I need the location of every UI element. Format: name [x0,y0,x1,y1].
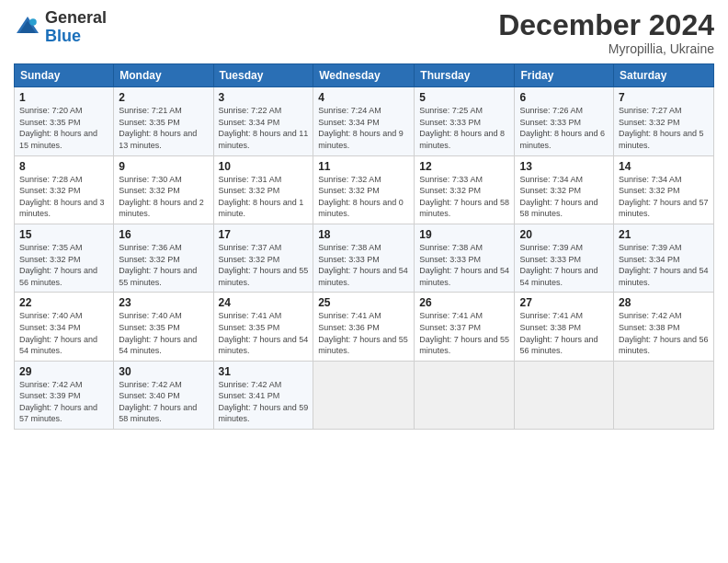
day-number: 22 [19,296,108,309]
day-number: 27 [519,296,609,309]
day-cell-21: 21 Sunrise: 7:39 AM Sunset: 3:34 PM Dayl… [614,224,714,292]
week-row: 29 Sunrise: 7:42 AM Sunset: 3:39 PM Dayl… [15,361,714,429]
week-row: 15 Sunrise: 7:35 AM Sunset: 3:32 PM Dayl… [15,224,714,292]
logo-text: General Blue [45,9,107,46]
day-cell-12: 12 Sunrise: 7:33 AM Sunset: 3:32 PM Dayl… [415,155,515,224]
day-detail: Sunrise: 7:32 AM Sunset: 3:32 PM Dayligh… [318,174,409,220]
day-number: 11 [318,160,409,173]
header-row: Sunday Monday Tuesday Wednesday Thursday… [15,64,714,87]
day-detail: Sunrise: 7:20 AM Sunset: 3:35 PM Dayligh… [19,105,108,151]
day-cell-26: 26 Sunrise: 7:41 AM Sunset: 3:37 PM Dayl… [415,293,515,361]
day-detail: Sunrise: 7:40 AM Sunset: 3:35 PM Dayligh… [119,310,208,356]
day-cell-4: 4 Sunrise: 7:24 AM Sunset: 3:34 PM Dayli… [313,87,415,155]
day-number: 18 [318,228,409,241]
svg-point-2 [29,18,37,26]
day-number: 3 [219,91,309,104]
day-cell-25: 25 Sunrise: 7:41 AM Sunset: 3:36 PM Dayl… [313,293,415,361]
day-cell-7: 7 Sunrise: 7:27 AM Sunset: 3:32 PM Dayli… [614,87,714,155]
day-detail: Sunrise: 7:42 AM Sunset: 3:41 PM Dayligh… [219,379,309,425]
day-cell-17: 17 Sunrise: 7:37 AM Sunset: 3:32 PM Dayl… [213,224,313,292]
day-cell-1: 1 Sunrise: 7:20 AM Sunset: 3:35 PM Dayli… [15,87,114,155]
month-title: December 2024 [498,9,714,41]
day-number: 1 [19,91,108,104]
day-detail: Sunrise: 7:38 AM Sunset: 3:33 PM Dayligh… [318,242,409,288]
day-detail: Sunrise: 7:30 AM Sunset: 3:32 PM Dayligh… [119,174,208,220]
empty-cell [614,361,714,429]
day-number: 12 [419,160,509,173]
empty-cell [515,361,614,429]
day-cell-13: 13 Sunrise: 7:34 AM Sunset: 3:32 PM Dayl… [515,155,614,224]
day-number: 15 [19,228,108,241]
day-cell-18: 18 Sunrise: 7:38 AM Sunset: 3:33 PM Dayl… [313,224,415,292]
day-number: 21 [619,228,709,241]
day-cell-28: 28 Sunrise: 7:42 AM Sunset: 3:38 PM Dayl… [614,293,714,361]
logo-blue: Blue [45,27,81,45]
day-cell-20: 20 Sunrise: 7:39 AM Sunset: 3:33 PM Dayl… [515,224,614,292]
day-detail: Sunrise: 7:26 AM Sunset: 3:33 PM Dayligh… [519,105,609,151]
day-number: 16 [119,228,208,241]
day-number: 28 [619,296,709,309]
day-detail: Sunrise: 7:24 AM Sunset: 3:34 PM Dayligh… [318,105,409,151]
day-cell-14: 14 Sunrise: 7:34 AM Sunset: 3:32 PM Dayl… [614,155,714,224]
day-cell-24: 24 Sunrise: 7:41 AM Sunset: 3:35 PM Dayl… [213,293,313,361]
day-detail: Sunrise: 7:27 AM Sunset: 3:32 PM Dayligh… [619,105,709,151]
day-number: 7 [619,91,709,104]
day-cell-5: 5 Sunrise: 7:25 AM Sunset: 3:33 PM Dayli… [415,87,515,155]
logo-icon [14,14,41,41]
day-number: 8 [19,160,108,173]
col-wednesday: Wednesday [313,64,415,87]
day-cell-3: 3 Sunrise: 7:22 AM Sunset: 3:34 PM Dayli… [213,87,313,155]
day-detail: Sunrise: 7:42 AM Sunset: 3:38 PM Dayligh… [619,310,709,356]
day-detail: Sunrise: 7:40 AM Sunset: 3:34 PM Dayligh… [19,310,108,356]
day-cell-16: 16 Sunrise: 7:36 AM Sunset: 3:32 PM Dayl… [114,224,213,292]
day-number: 20 [519,228,609,241]
day-detail: Sunrise: 7:39 AM Sunset: 3:34 PM Dayligh… [619,242,709,288]
day-detail: Sunrise: 7:42 AM Sunset: 3:40 PM Dayligh… [119,379,208,425]
day-detail: Sunrise: 7:34 AM Sunset: 3:32 PM Dayligh… [619,174,709,220]
day-detail: Sunrise: 7:41 AM Sunset: 3:38 PM Dayligh… [519,310,609,356]
day-number: 29 [19,365,108,378]
day-detail: Sunrise: 7:42 AM Sunset: 3:39 PM Dayligh… [19,379,108,425]
col-monday: Monday [114,64,213,87]
day-number: 9 [119,160,208,173]
day-cell-29: 29 Sunrise: 7:42 AM Sunset: 3:39 PM Dayl… [15,361,114,429]
day-detail: Sunrise: 7:21 AM Sunset: 3:35 PM Dayligh… [119,105,208,151]
day-number: 6 [519,91,609,104]
day-detail: Sunrise: 7:41 AM Sunset: 3:35 PM Dayligh… [219,310,309,356]
day-cell-23: 23 Sunrise: 7:40 AM Sunset: 3:35 PM Dayl… [114,293,213,361]
day-number: 23 [119,296,208,309]
day-cell-15: 15 Sunrise: 7:35 AM Sunset: 3:32 PM Dayl… [15,224,114,292]
day-detail: Sunrise: 7:37 AM Sunset: 3:32 PM Dayligh… [219,242,309,288]
col-friday: Friday [515,64,614,87]
day-detail: Sunrise: 7:25 AM Sunset: 3:33 PM Dayligh… [419,105,509,151]
logo-general: General [45,8,107,27]
day-cell-27: 27 Sunrise: 7:41 AM Sunset: 3:38 PM Dayl… [515,293,614,361]
day-cell-10: 10 Sunrise: 7:31 AM Sunset: 3:32 PM Dayl… [213,155,313,224]
empty-cell [415,361,515,429]
day-detail: Sunrise: 7:31 AM Sunset: 3:32 PM Dayligh… [219,174,309,220]
day-number: 2 [119,91,208,104]
day-detail: Sunrise: 7:41 AM Sunset: 3:37 PM Dayligh… [419,310,509,356]
day-number: 19 [419,228,509,241]
week-row: 8 Sunrise: 7:28 AM Sunset: 3:32 PM Dayli… [15,155,714,224]
day-cell-30: 30 Sunrise: 7:42 AM Sunset: 3:40 PM Dayl… [114,361,213,429]
day-number: 24 [219,296,309,309]
calendar-header: Sunday Monday Tuesday Wednesday Thursday… [15,64,714,87]
title-block: December 2024 Myropillia, Ukraine [498,9,714,56]
calendar: Sunday Monday Tuesday Wednesday Thursday… [14,63,714,430]
day-detail: Sunrise: 7:38 AM Sunset: 3:33 PM Dayligh… [419,242,509,288]
col-sunday: Sunday [15,64,114,87]
page: General Blue December 2024 Myropillia, U… [0,0,728,563]
day-number: 25 [318,296,409,309]
col-thursday: Thursday [415,64,515,87]
day-number: 14 [619,160,709,173]
day-number: 5 [419,91,509,104]
day-detail: Sunrise: 7:33 AM Sunset: 3:32 PM Dayligh… [419,174,509,220]
day-cell-8: 8 Sunrise: 7:28 AM Sunset: 3:32 PM Dayli… [15,155,114,224]
day-detail: Sunrise: 7:22 AM Sunset: 3:34 PM Dayligh… [219,105,309,151]
subtitle: Myropillia, Ukraine [498,41,714,56]
day-detail: Sunrise: 7:34 AM Sunset: 3:32 PM Dayligh… [519,174,609,220]
week-row: 22 Sunrise: 7:40 AM Sunset: 3:34 PM Dayl… [15,293,714,361]
day-number: 30 [119,365,208,378]
day-cell-11: 11 Sunrise: 7:32 AM Sunset: 3:32 PM Dayl… [313,155,415,224]
